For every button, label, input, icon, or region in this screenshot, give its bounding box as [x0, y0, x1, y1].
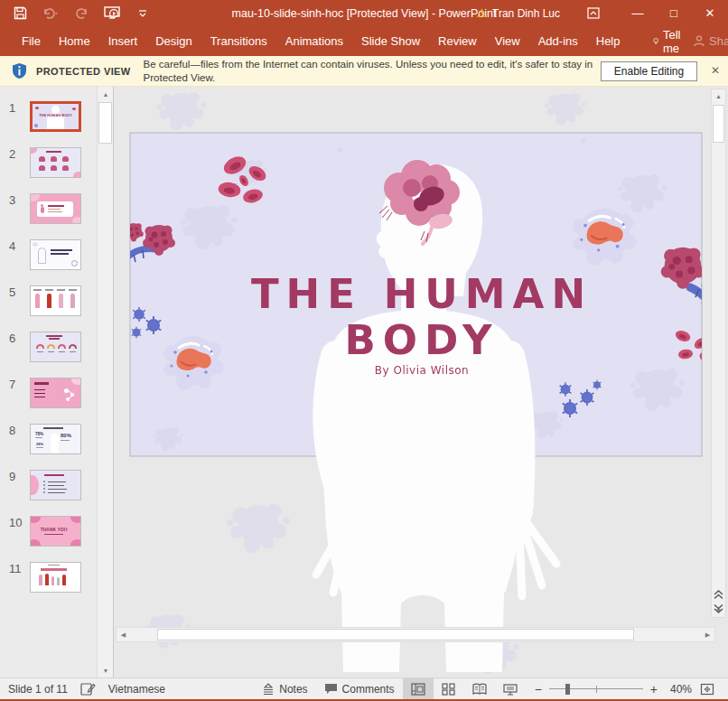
- slide-thumbnail-2[interactable]: [30, 147, 81, 178]
- slide-sorter-view-button[interactable]: [434, 678, 464, 699]
- fit-slide-to-window-button[interactable]: [692, 678, 723, 699]
- slide-number: 6: [9, 332, 15, 345]
- tab-file[interactable]: File: [13, 28, 50, 54]
- status-bar: Slide 1 of 11 Vietnamese Notes Comments …: [0, 678, 728, 701]
- ribbon-display-options-icon[interactable]: [580, 0, 607, 26]
- shield-info-icon: [12, 62, 27, 79]
- vertical-scrollbar-thumb[interactable]: [713, 105, 724, 143]
- thumbnail-scrollbar[interactable]: ▲ ▼: [97, 87, 113, 678]
- slide-thumbnail-7[interactable]: [30, 378, 81, 408]
- maximize-button[interactable]: □: [656, 0, 692, 26]
- undo-icon[interactable]: [42, 5, 60, 23]
- tab-review[interactable]: Review: [429, 28, 486, 54]
- tab-help[interactable]: Help: [587, 28, 630, 54]
- tab-slide-show[interactable]: Slide Show: [352, 28, 429, 54]
- reading-view-button[interactable]: [464, 678, 495, 699]
- scroll-down-icon[interactable]: ▼: [98, 663, 113, 678]
- dismiss-bar-icon[interactable]: ✕: [711, 64, 720, 77]
- previous-slide-button[interactable]: [713, 589, 724, 600]
- horizontal-scrollbar[interactable]: ◀ ▶: [116, 627, 715, 642]
- normal-view-button[interactable]: [403, 678, 434, 699]
- vertical-scrollbar[interactable]: ▲ ▼: [711, 89, 726, 618]
- slide-number: 3: [9, 193, 15, 207]
- slide-thumbnail-11[interactable]: [30, 562, 81, 593]
- quick-access-toolbar: [0, 5, 152, 23]
- zoom-level[interactable]: 40%: [663, 683, 692, 696]
- notes-icon: [262, 683, 275, 695]
- slide-show-icon: [503, 683, 518, 696]
- tab-home[interactable]: Home: [50, 28, 99, 54]
- slide-1-artwork: THE HUMAN BODY By Olivia Wilson: [114, 87, 728, 678]
- slide-sorter-icon: [442, 683, 455, 696]
- slide-title-line1: THE HUMAN: [251, 270, 593, 318]
- account-info[interactable]: ⚠ Tran Dinh Luc: [476, 7, 560, 20]
- enable-editing-button[interactable]: Enable Editing: [601, 61, 697, 81]
- slide-number: 10: [9, 516, 22, 529]
- slide-thumbnail-9[interactable]: [30, 470, 81, 500]
- comments-toggle[interactable]: Comments: [316, 678, 403, 699]
- zoom-in-button[interactable]: +: [650, 682, 658, 696]
- slide-thumbnail-5[interactable]: [30, 285, 81, 316]
- tab-insert[interactable]: Insert: [99, 28, 147, 54]
- spell-check-icon[interactable]: [80, 682, 96, 696]
- slide-thumbnail-3[interactable]: [30, 193, 81, 224]
- next-slide-button[interactable]: [713, 603, 724, 614]
- slide-number: 9: [9, 470, 15, 483]
- minimize-button[interactable]: —: [620, 0, 656, 26]
- reading-view-icon: [472, 683, 487, 696]
- account-warning-icon: ⚠: [476, 7, 487, 19]
- slide-thumbnail-panel: 1 THE HUMAN BODY 2: [0, 87, 114, 678]
- slide-number: 4: [9, 239, 15, 253]
- slide-indicator: Slide 1 of 11: [8, 683, 68, 696]
- language-indicator[interactable]: Vietnamese: [108, 683, 165, 696]
- slide-thumbnail-8[interactable]: 78% 80% 28%: [30, 424, 81, 454]
- horizontal-scrollbar-thumb[interactable]: [157, 629, 634, 640]
- tab-add-ins[interactable]: Add-ins: [529, 28, 587, 54]
- slide-byline: By Olivia Wilson: [375, 364, 469, 377]
- thumb10-title: THANK YOU: [31, 527, 77, 532]
- comments-icon: [324, 683, 338, 695]
- slide-number: 2: [9, 147, 15, 161]
- slide-number: 5: [9, 285, 15, 299]
- tab-view[interactable]: View: [486, 28, 529, 54]
- tab-design[interactable]: Design: [146, 28, 201, 54]
- slide-canvas[interactable]: THE HUMAN BODY By Olivia Wilson ▲ ▼ ◀ ▶: [114, 87, 728, 678]
- slide-number: 11: [9, 562, 22, 575]
- scroll-left-icon[interactable]: ◀: [117, 628, 130, 641]
- redo-icon[interactable]: [72, 5, 90, 23]
- account-name: Tran Dinh Luc: [492, 7, 560, 20]
- zoom-slider[interactable]: [549, 683, 643, 696]
- title-bar: mau-10-slide-sinh-hoc [Protected View] -…: [0, 0, 728, 26]
- slide-number: 7: [9, 378, 15, 391]
- scroll-up-icon[interactable]: ▲: [98, 87, 113, 101]
- thumb8-pct-right: 80%: [61, 433, 71, 438]
- workspace: 1 THE HUMAN BODY 2: [0, 87, 728, 678]
- protected-view-bar: PROTECTED VIEW Be careful—files from the…: [0, 56, 728, 87]
- scroll-up-icon[interactable]: ▲: [712, 89, 725, 103]
- thumb8-pct-left: 78%: [35, 432, 43, 436]
- share-button[interactable]: Share: [694, 34, 728, 48]
- start-slideshow-icon[interactable]: [103, 5, 121, 23]
- normal-view-icon: [411, 683, 425, 696]
- person-icon: [694, 35, 705, 47]
- customize-qat-chevron-icon[interactable]: [134, 5, 152, 23]
- slide-number: 8: [9, 424, 15, 437]
- notes-toggle[interactable]: Notes: [254, 678, 315, 699]
- ribbon-tab-bar: File Home Insert Design Transitions Anim…: [0, 26, 728, 56]
- thumbnail-scrollbar-thumb[interactable]: [98, 102, 112, 144]
- zoom-out-button[interactable]: −: [535, 682, 542, 696]
- slide-show-view-button[interactable]: [495, 678, 526, 699]
- save-icon[interactable]: [11, 5, 29, 23]
- tab-animations[interactable]: Animations: [276, 28, 352, 54]
- slide-thumbnail-6[interactable]: [30, 332, 81, 362]
- tab-transitions[interactable]: Transitions: [201, 28, 276, 54]
- fit-to-window-icon: [700, 683, 714, 696]
- tell-me-box[interactable]: Tell me: [644, 22, 695, 61]
- slide-number: 1: [9, 101, 15, 115]
- slide-thumbnail-1[interactable]: THE HUMAN BODY: [30, 101, 81, 132]
- zoom-slider-thumb[interactable]: [565, 684, 570, 695]
- slide-thumbnail-10[interactable]: THANK YOU: [30, 516, 81, 547]
- close-button[interactable]: ✕: [692, 0, 728, 26]
- scroll-right-icon[interactable]: ▶: [701, 628, 714, 641]
- slide-thumbnail-4[interactable]: [30, 239, 81, 270]
